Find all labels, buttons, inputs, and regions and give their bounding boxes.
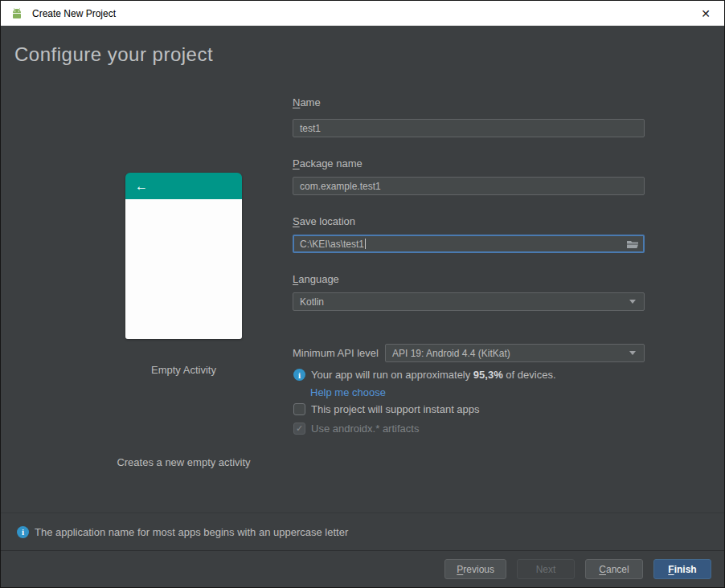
package-name-input[interactable]: [293, 177, 645, 195]
page-title: Configure your project: [14, 43, 213, 66]
min-api-label: Minimum API level: [293, 344, 379, 362]
cancel-button[interactable]: Cancel: [585, 559, 643, 579]
back-arrow-icon: ←: [135, 179, 148, 194]
finish-button[interactable]: Finish: [653, 559, 711, 579]
template-name: Empty Activity: [125, 364, 242, 376]
info-icon: i: [293, 369, 305, 381]
chevron-down-icon: [629, 300, 636, 304]
androidx-checkbox: ✓: [293, 423, 305, 435]
min-api-dropdown[interactable]: API 19: Android 4.4 (KitKat): [385, 344, 645, 362]
api-coverage-note: i Your app will run on approximately 95,…: [293, 369, 556, 381]
instant-apps-label: This project will support instant apps: [311, 403, 480, 415]
button-bar: Previous Next Cancel Finish: [1, 550, 724, 587]
package-name-label: Package name: [293, 157, 362, 169]
name-input[interactable]: [293, 119, 645, 137]
save-location-value: C:\KEI\as\test1: [300, 239, 364, 250]
help-me-choose-link[interactable]: Help me choose: [310, 386, 386, 398]
previous-button[interactable]: Previous: [444, 559, 506, 579]
save-location-label: Save location: [293, 215, 355, 227]
language-value: Kotlin: [300, 296, 324, 308]
save-location-input[interactable]: C:\KEI\as\test1: [293, 235, 645, 253]
create-new-project-dialog: Create New Project ✕ Configure your proj…: [0, 0, 725, 588]
main-content: Configure your project ← Empty Activity …: [1, 26, 724, 512]
window-title: Create New Project: [32, 8, 687, 19]
api-note-text: Your app will run on approximately 95,3%…: [311, 369, 556, 381]
android-logo-icon: [10, 7, 26, 20]
close-icon[interactable]: ✕: [687, 1, 724, 26]
instant-apps-checkbox[interactable]: [293, 403, 305, 415]
androidx-checkbox-row: ✓ Use androidx.* artifacts: [293, 423, 419, 435]
name-label: Name: [293, 96, 321, 108]
info-icon: i: [17, 526, 29, 538]
chevron-down-icon: [629, 351, 636, 355]
title-bar: Create New Project ✕: [1, 1, 724, 26]
min-api-value: API 19: Android 4.4 (KitKat): [392, 348, 510, 359]
template-appbar: ←: [125, 173, 242, 199]
template-preview-card: ←: [125, 173, 242, 339]
next-button[interactable]: Next: [517, 559, 575, 579]
hint-strip: i The application name for most apps beg…: [1, 512, 724, 550]
folder-browse-icon[interactable]: [626, 239, 639, 250]
hint-text: The application name for most apps begin…: [35, 526, 348, 538]
language-label: Language: [293, 273, 339, 285]
template-description: Creates a new empty activity: [77, 456, 290, 468]
instant-apps-checkbox-row[interactable]: This project will support instant apps: [293, 403, 480, 415]
text-caret: [365, 239, 366, 249]
template-body: [125, 199, 242, 339]
language-dropdown[interactable]: Kotlin: [293, 292, 645, 311]
androidx-label: Use androidx.* artifacts: [311, 423, 419, 435]
